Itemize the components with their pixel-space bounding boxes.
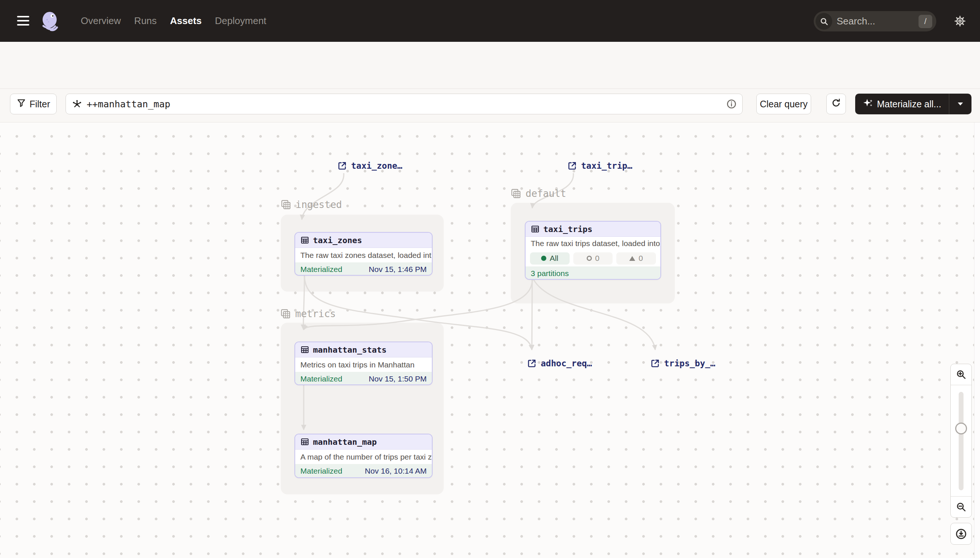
status-badge: Materialized	[300, 265, 342, 274]
nav-item-runs[interactable]: Runs	[134, 15, 156, 27]
group-name: default	[525, 188, 566, 199]
graph-query-icon	[72, 99, 82, 109]
external-asset-adhoc-req[interactable]: adhoc_req…	[527, 359, 592, 368]
table-icon	[300, 437, 309, 446]
external-asset-label: taxi_zone…	[351, 161, 402, 171]
missing-triangle-icon	[629, 256, 635, 261]
external-asset-taxi-trip[interactable]: taxi_trip…	[567, 161, 632, 171]
status-badge: Materialized	[300, 374, 342, 383]
external-asset-label: taxi_trip…	[581, 161, 632, 171]
nav-item-assets[interactable]: Assets	[170, 15, 201, 27]
nav-item-overview[interactable]: Overview	[81, 15, 121, 27]
badge-label: All	[550, 254, 558, 263]
materialization-timestamp: Nov 15, 1:50 PM	[369, 374, 427, 383]
main-nav: Overview Runs Assets Deployment	[81, 0, 266, 42]
zoom-slider-track[interactable]	[959, 392, 964, 490]
zoom-out-icon	[955, 501, 967, 512]
asset-description: The raw taxi trips dataset, loaded into …	[525, 237, 660, 250]
zoom-in-icon	[955, 369, 967, 380]
clear-query-label: Clear query	[759, 99, 807, 110]
asset-group-icon	[281, 199, 291, 210]
partitions-materialized-badge[interactable]: All	[530, 252, 570, 264]
lineage-canvas[interactable]: ingested default metrics taxi_zo	[0, 123, 980, 558]
group-label-metrics[interactable]: metrics	[280, 308, 336, 319]
external-asset-label: adhoc_req…	[541, 359, 592, 368]
clear-query-button[interactable]: Clear query	[756, 94, 811, 114]
asset-group-icon	[280, 309, 291, 319]
asset-group-icon	[511, 188, 521, 199]
materialize-main[interactable]: Materialize all...	[855, 94, 949, 114]
asset-node-header: manhattan_map	[295, 435, 432, 450]
search-shortcut-badge: /	[919, 15, 932, 28]
asset-node-manhattan-stats[interactable]: manhattan_stats Metrics on taxi trips in…	[295, 341, 433, 385]
hamburger-menu-icon[interactable]	[17, 15, 29, 27]
external-link-icon	[338, 161, 347, 171]
asset-footer: Materialized Nov 16, 10:14 AM	[295, 464, 432, 478]
materialization-timestamp: Nov 16, 10:14 AM	[365, 467, 427, 476]
asset-footer: 3 partitions	[525, 266, 660, 280]
materialize-label: Materialize all...	[877, 99, 942, 110]
materialized-dot-icon	[541, 256, 546, 261]
asset-name: manhattan_stats	[313, 345, 387, 354]
asset-name: taxi_zones	[313, 236, 362, 245]
dagster-app: Overview Runs Assets Deployment / Global…	[0, 0, 980, 558]
zoom-slider	[951, 385, 972, 497]
recenter-view-button[interactable]	[950, 523, 972, 545]
zoom-out-button[interactable]	[951, 497, 972, 517]
external-asset-trips-by[interactable]: trips_by_…	[651, 359, 715, 368]
asset-node-header: manhattan_stats	[295, 342, 432, 358]
global-search: /	[814, 11, 936, 31]
external-asset-taxi-zone[interactable]: taxi_zone…	[338, 161, 402, 171]
asset-name: taxi_trips	[544, 225, 592, 234]
top-nav-bar: Overview Runs Assets Deployment /	[0, 0, 980, 42]
nav-item-deployment[interactable]: Deployment	[215, 15, 266, 27]
asset-description: A map of the number of trips per taxi z…	[295, 450, 432, 464]
partitions-link[interactable]: 3 partitions	[531, 269, 569, 278]
lineage-edges	[0, 123, 980, 558]
partitions-failed-badge[interactable]: 0	[573, 252, 613, 264]
sparkles-icon	[863, 98, 873, 110]
badge-label: 0	[639, 254, 643, 263]
zoom-in-button[interactable]	[951, 364, 972, 385]
refresh-icon	[831, 98, 841, 110]
info-icon[interactable]	[726, 98, 737, 110]
asset-query-input[interactable]	[87, 99, 726, 110]
asset-node-taxi-zones[interactable]: taxi_zones The raw taxi zones dataset, l…	[295, 232, 433, 276]
materialize-all-button[interactable]: Materialize all...	[855, 94, 972, 114]
zoom-slider-thumb[interactable]	[955, 423, 967, 435]
asset-node-header: taxi_zones	[295, 233, 432, 248]
page-header: Global Asset Lineage Reload definitions	[0, 42, 980, 89]
materialize-dropdown-toggle[interactable]	[949, 94, 972, 114]
refresh-button[interactable]	[826, 94, 846, 114]
search-icon	[815, 13, 832, 30]
table-icon	[531, 225, 540, 233]
zoom-controls	[950, 364, 972, 518]
asset-node-taxi-trips[interactable]: taxi_trips The raw taxi trips dataset, l…	[525, 221, 661, 280]
filter-button[interactable]: Filter	[10, 94, 57, 114]
asset-footer: Materialized Nov 15, 1:50 PM	[295, 372, 432, 385]
group-label-default[interactable]: default	[511, 188, 566, 199]
filter-funnel-icon	[16, 98, 26, 110]
search-input[interactable]	[837, 16, 919, 27]
external-asset-label: trips_by_…	[664, 359, 715, 368]
materialization-timestamp: Nov 15, 1:46 PM	[369, 265, 427, 274]
asset-description: The raw taxi zones dataset, loaded int…	[295, 248, 432, 263]
table-icon	[300, 236, 309, 245]
status-badge: Materialized	[300, 467, 342, 476]
dagster-logo-icon[interactable]	[39, 10, 62, 33]
filter-label: Filter	[30, 99, 50, 110]
asset-query-box	[66, 94, 743, 114]
asset-node-header: taxi_trips	[525, 222, 660, 237]
external-link-icon	[651, 359, 660, 368]
group-name: metrics	[295, 308, 336, 319]
partitions-missing-badge[interactable]: 0	[616, 252, 656, 264]
gear-icon[interactable]	[954, 15, 966, 27]
vertical-scrollbar[interactable]	[974, 123, 980, 558]
asset-node-manhattan-map[interactable]: manhattan_map A map of the number of tri…	[295, 434, 433, 478]
group-label-ingested[interactable]: ingested	[281, 199, 342, 210]
lineage-toolbar: Filter Clear query	[0, 89, 980, 123]
external-link-icon	[567, 161, 577, 171]
group-name: ingested	[296, 199, 342, 210]
asset-footer: Materialized Nov 15, 1:46 PM	[295, 263, 432, 276]
failed-ring-icon	[587, 256, 592, 261]
